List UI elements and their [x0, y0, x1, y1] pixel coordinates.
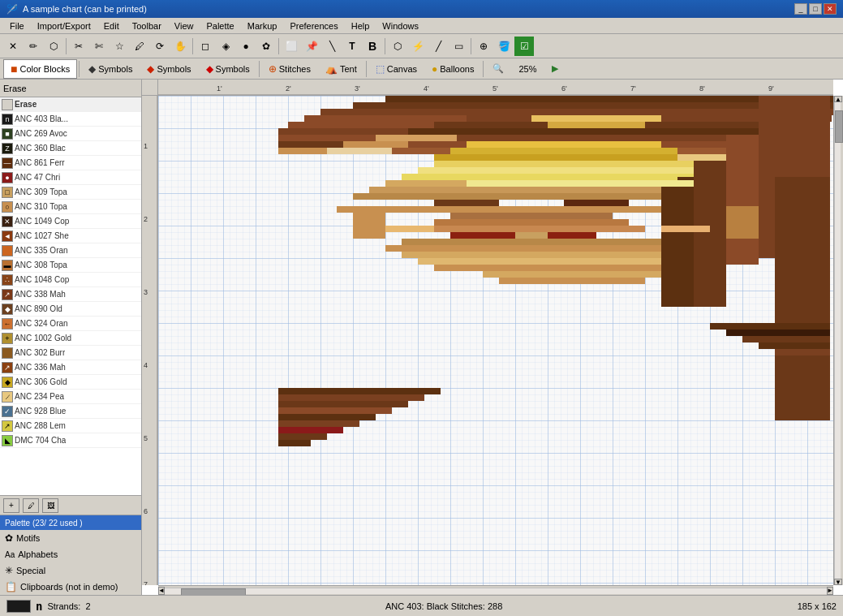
menu-file[interactable]: File	[3, 19, 31, 32]
lasso-tool[interactable]: ⟳	[150, 37, 170, 56]
cross-tool[interactable]: ✕	[3, 37, 23, 56]
color-row-20[interactable]: ⟋ ANC 234 Pea	[0, 390, 141, 404]
zoom-out-button[interactable]: 🔍	[485, 59, 511, 79]
edit-color-button[interactable]: 🖊	[23, 498, 39, 513]
circle-fill[interactable]: ●	[236, 37, 256, 56]
pin-tool[interactable]: 📌	[302, 37, 321, 56]
svg-rect-55	[418, 226, 645, 232]
menu-palette[interactable]: Palette	[200, 19, 240, 32]
select-tool[interactable]: ⬡	[44, 37, 63, 56]
alphabets-item[interactable]: Aa Alphabets	[0, 546, 141, 562]
scrollbar-thumb-v[interactable]	[835, 110, 843, 143]
color-row-21[interactable]: ✓ ANC 928 Blue	[0, 404, 141, 419]
motifs-item[interactable]: ✿ Motifs	[0, 530, 141, 546]
thread-info: ANC 403: Black Stitches: 288	[385, 601, 502, 611]
erase-row[interactable]: Erase	[0, 97, 141, 112]
stitch-tool[interactable]: ╲	[322, 37, 342, 56]
wand-tool[interactable]: ⚡	[408, 37, 428, 56]
bold-text-tool[interactable]: B	[363, 37, 382, 56]
color-row-2[interactable]: ■ ANC 269 Avoc	[0, 127, 141, 141]
fill-tool[interactable]: ◈	[216, 37, 235, 56]
globe-tool[interactable]: ⊕	[474, 37, 493, 56]
color-info-22: ANC 288 Lem	[15, 421, 66, 430]
motifs-icon: ✿	[5, 532, 13, 544]
select2-tool[interactable]: ⬡	[388, 37, 407, 56]
zoom-in-button[interactable]: ▶	[544, 59, 566, 79]
svg-text:5': 5'	[492, 84, 498, 93]
stitches-button[interactable]: ⊕ Stitches	[261, 59, 318, 79]
color-row-5[interactable]: ● ANC 47 Chri	[0, 170, 141, 185]
svg-text:3': 3'	[355, 84, 360, 93]
color-row-6[interactable]: □ ANC 309 Topa	[0, 185, 141, 200]
color-row-14[interactable]: ◆ ANC 890 Old	[0, 302, 141, 317]
symbols1-button[interactable]: ◆ Symbols	[81, 59, 140, 79]
menu-view[interactable]: View	[168, 19, 200, 32]
color-row-13[interactable]: ↗ ANC 338 Mah	[0, 287, 141, 302]
menu-markup[interactable]: Markup	[241, 19, 284, 32]
menu-import-export[interactable]: Import/Export	[31, 19, 97, 32]
eraser-tool[interactable]: ◻	[196, 37, 215, 56]
scroll-left-button[interactable]: ◄	[158, 587, 165, 595]
color-row-10[interactable]: ANC 335 Oran	[0, 243, 141, 258]
maximize-button[interactable]: □	[809, 3, 822, 15]
check-tool[interactable]: ☑	[514, 37, 534, 56]
menu-windows[interactable]: Windows	[376, 19, 425, 32]
color-row-7[interactable]: ○ ANC 310 Topa	[0, 200, 141, 214]
color-row-1[interactable]: n ANC 403 Bla...	[0, 112, 141, 127]
cut2-tool[interactable]: ✄	[89, 37, 109, 56]
scrollbar-thumb-h[interactable]	[181, 588, 246, 596]
color-row-17[interactable]: ANC 302 Burr	[0, 346, 141, 360]
color-row-11[interactable]: ▬ ANC 308 Topa	[0, 258, 141, 273]
pen-tool[interactable]: 🖊	[130, 37, 149, 56]
menu-edit[interactable]: Edit	[97, 19, 126, 32]
menu-toolbar[interactable]: Toolbar	[126, 19, 168, 32]
clipboards-item[interactable]: 📋 Clipboards (not in demo)	[0, 579, 141, 595]
svg-rect-84	[775, 349, 830, 355]
color-row-22[interactable]: ↗ ANC 288 Lem	[0, 419, 141, 433]
add-color-button[interactable]: +	[3, 498, 19, 513]
color-row-4[interactable]: — ANC 861 Ferr	[0, 156, 141, 170]
menu-preferences[interactable]: Preferences	[283, 19, 344, 32]
color-row-23[interactable]: ◣ DMC 704 Cha	[0, 433, 141, 448]
color-row-19[interactable]: ◆ ANC 306 Gold	[0, 375, 141, 390]
color-row-15[interactable]: ← ANC 324 Oran	[0, 317, 141, 331]
scroll-right-button[interactable]: ►	[827, 587, 833, 595]
canvas-button[interactable]: ⬚ Canvas	[368, 59, 424, 79]
move-tool[interactable]: ⬜	[282, 37, 301, 56]
scroll-down-button[interactable]: ▼	[834, 579, 842, 585]
special-item[interactable]: ✳ Special	[0, 562, 141, 579]
symbols2-button[interactable]: ◆ Symbols	[140, 59, 198, 79]
cross-stitch-canvas[interactable]	[158, 96, 833, 585]
symbols3-button[interactable]: ◆ Symbols	[199, 59, 257, 79]
color-row-3[interactable]: Z ANC 360 Blac	[0, 141, 141, 156]
color-list[interactable]: Erase n ANC 403 Bla... ■ ANC 269 Avoc Z …	[0, 97, 141, 495]
color-row-12[interactable]: ∴ ANC 1048 Cop	[0, 273, 141, 287]
balloons-button[interactable]: ● Balloons	[424, 59, 481, 79]
tent-button[interactable]: ⛺ Tent	[318, 59, 364, 79]
menu-help[interactable]: Help	[345, 19, 376, 32]
flower-tool[interactable]: ✿	[256, 37, 276, 56]
line-tool[interactable]: ╱	[428, 37, 448, 56]
palette-img-button[interactable]: 🖼	[42, 498, 58, 513]
pencil-tool[interactable]: ✏	[24, 37, 43, 56]
minimize-button[interactable]: _	[794, 3, 807, 15]
close-button[interactable]: ✕	[824, 3, 837, 15]
cut-tool[interactable]: ✂	[69, 37, 88, 56]
color-row-8[interactable]: ✕ ANC 1049 Cop	[0, 214, 141, 229]
rect-tool[interactable]: ▭	[449, 37, 468, 56]
svg-rect-81	[726, 330, 830, 336]
magic-tool[interactable]: ☆	[110, 37, 129, 56]
horizontal-scrollbar[interactable]: ◄ ►	[158, 585, 833, 595]
text-tool[interactable]: T	[342, 37, 362, 56]
color-blocks-button[interactable]: ■ Color Blocks	[3, 59, 77, 79]
sep3	[278, 38, 279, 54]
scroll-up-button[interactable]: ▲	[834, 96, 842, 102]
color-row-18[interactable]: ↗ ANC 336 Mah	[0, 360, 141, 375]
canvas-area[interactable]: 1' 2' 3' 4' 5' 6' 7' 8' 9' 1 2 3 4 5 6	[142, 80, 843, 595]
color-row-9[interactable]: ◄ ANC 1027 She	[0, 229, 141, 243]
vertical-scrollbar[interactable]: ▲ ▼	[833, 96, 843, 585]
sep1	[66, 38, 67, 54]
color-row-16[interactable]: + ANC 1002 Gold	[0, 331, 141, 346]
hand-tool[interactable]: ✋	[170, 37, 190, 56]
bucket-tool[interactable]: 🪣	[494, 37, 514, 56]
